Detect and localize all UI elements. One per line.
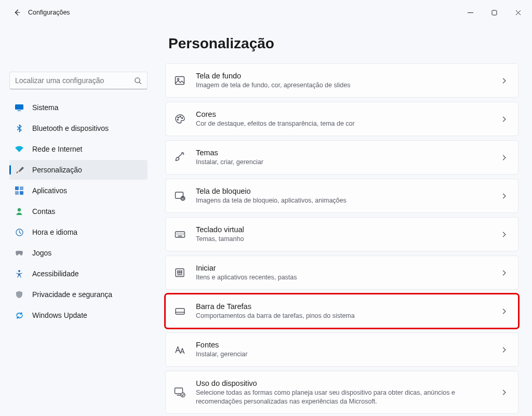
window-controls (458, 4, 530, 21)
nav-label: Bluetooth e dispositivos (32, 124, 109, 132)
brush-icon (173, 151, 187, 164)
nav-item-time-language[interactable]: Hora e idioma (9, 222, 148, 242)
nav-item-bluetooth[interactable]: Bluetooth e dispositivos (9, 118, 148, 138)
card-texts: Cores Cor de destaque, efeitos de transp… (196, 110, 491, 128)
globe-clock-icon (15, 227, 24, 237)
card-subtitle: Imagem de tela de fundo, cor, apresentaç… (196, 81, 491, 90)
card-title: Barra de Tarefas (196, 302, 491, 312)
nav-item-network[interactable]: Rede e Internet (9, 139, 148, 159)
nav-label: Aplicativos (32, 186, 67, 195)
svg-point-1 (135, 77, 140, 82)
nav-label: Hora e idioma (32, 228, 77, 236)
chevron-right-icon (501, 116, 508, 123)
card-subtitle: Instalar, gerenciar (196, 350, 491, 359)
close-button[interactable] (506, 4, 530, 21)
nav-item-system[interactable]: Sistema (9, 98, 148, 117)
svg-point-15 (181, 117, 182, 118)
card-subtitle: Cor de destaque, efeitos de transparênci… (196, 119, 491, 128)
close-icon (515, 10, 521, 16)
nav-item-personalization[interactable]: Personalização (9, 160, 148, 180)
title-bar: Configurações (0, 0, 532, 25)
card-texts: Fontes Instalar, gerenciar (196, 340, 491, 359)
chevron-right-icon (501, 270, 508, 276)
svg-rect-6 (15, 191, 19, 195)
card-texts: Tela de bloqueio Imagens da tela de bloq… (196, 186, 491, 205)
svg-point-10 (18, 270, 20, 272)
nav-item-accounts[interactable]: Contas (9, 202, 148, 221)
svg-point-12 (177, 78, 179, 80)
chevron-right-icon (501, 389, 508, 396)
search-box[interactable] (9, 72, 148, 89)
shield-icon (15, 290, 24, 299)
svg-point-14 (180, 116, 181, 117)
minimize-button[interactable] (458, 4, 482, 21)
svg-point-25 (178, 272, 179, 273)
svg-rect-11 (176, 77, 184, 85)
fonts-icon (173, 343, 187, 356)
palette-icon (173, 112, 187, 126)
card-subtitle: Comportamentos da barra de tarefas, pino… (196, 312, 491, 320)
picture-icon (173, 74, 187, 87)
card-title: Fontes (196, 340, 491, 350)
chevron-right-icon (501, 346, 508, 353)
device-usage-icon (173, 385, 187, 399)
card-texts: Barra de Tarefas Comportamentos da barra… (196, 302, 491, 320)
card-title: Tela de fundo (196, 71, 491, 81)
gamepad-icon (15, 248, 24, 258)
card-title: Uso do dispositivo (196, 379, 491, 388)
svg-point-16 (177, 119, 178, 120)
chevron-right-icon (501, 231, 508, 238)
nav-item-apps[interactable]: Aplicativos (9, 181, 148, 200)
nav-label: Personalização (32, 166, 82, 174)
person-icon (15, 207, 24, 216)
card-background[interactable]: Tela de fundo Imagem de tela de fundo, c… (165, 63, 518, 98)
card-lockscreen[interactable]: Tela de bloqueio Imagens da tela de bloq… (165, 179, 518, 213)
nav-label: Sistema (32, 103, 59, 112)
svg-rect-7 (20, 191, 23, 195)
card-touch-keyboard[interactable]: Teclado virtual Temas, tamanho (165, 217, 518, 251)
back-button[interactable] (7, 3, 27, 22)
sidebar: Sistema Bluetooth e dispositivos Rede e … (0, 25, 156, 416)
maximize-button[interactable] (482, 4, 506, 21)
card-title: Teclado virtual (196, 225, 491, 235)
nav-item-privacy[interactable]: Privacidade e segurança (9, 285, 148, 304)
svg-point-27 (181, 272, 182, 273)
taskbar-icon (173, 304, 187, 318)
card-device-usage[interactable]: Uso do dispositivo Selecione todas as fo… (165, 371, 518, 414)
card-texts: Temas Instalar, criar, gerenciar (196, 148, 491, 167)
card-fonts[interactable]: Fontes Instalar, gerenciar (165, 332, 518, 367)
card-subtitle: Selecione todas as formas como planeja u… (196, 388, 491, 406)
nav-item-gaming[interactable]: Jogos (9, 243, 148, 263)
card-subtitle: Itens e aplicativos recentes, pastas (196, 273, 491, 282)
nav-item-accessibility[interactable]: Acessibilidade (9, 264, 148, 284)
card-colors[interactable]: Cores Cor de destaque, efeitos de transp… (165, 102, 518, 136)
svg-rect-29 (175, 388, 183, 394)
svg-point-26 (179, 272, 180, 273)
nav-item-windows-update[interactable]: Windows Update (9, 305, 148, 325)
chevron-right-icon (501, 193, 508, 199)
card-texts: Tela de fundo Imagem de tela de fundo, c… (196, 71, 491, 90)
app-shell: Sistema Bluetooth e dispositivos Rede e … (0, 25, 532, 416)
card-start[interactable]: Iniciar Itens e aplicativos recentes, pa… (165, 256, 518, 290)
card-texts: Teclado virtual Temas, tamanho (196, 225, 491, 244)
keyboard-icon (173, 227, 187, 241)
accessibility-icon (15, 269, 24, 278)
chevron-right-icon (501, 154, 508, 161)
card-themes[interactable]: Temas Instalar, criar, gerenciar (165, 140, 518, 175)
arrow-left-icon (13, 8, 21, 17)
apps-icon (15, 186, 24, 195)
page-title: Personalização (168, 35, 518, 52)
nav-label: Privacidade e segurança (32, 290, 112, 299)
chevron-right-icon (501, 308, 508, 315)
svg-rect-4 (15, 186, 19, 190)
search-input[interactable] (15, 76, 134, 85)
minimize-icon (468, 10, 473, 16)
svg-rect-28 (176, 308, 184, 314)
svg-point-23 (179, 271, 180, 272)
maximize-icon (491, 10, 497, 16)
card-taskbar[interactable]: Barra de Tarefas Comportamentos da barra… (165, 294, 518, 328)
svg-point-22 (178, 271, 179, 272)
paintbrush-icon (15, 165, 24, 175)
svg-point-8 (18, 208, 21, 211)
svg-rect-3 (18, 111, 21, 111)
